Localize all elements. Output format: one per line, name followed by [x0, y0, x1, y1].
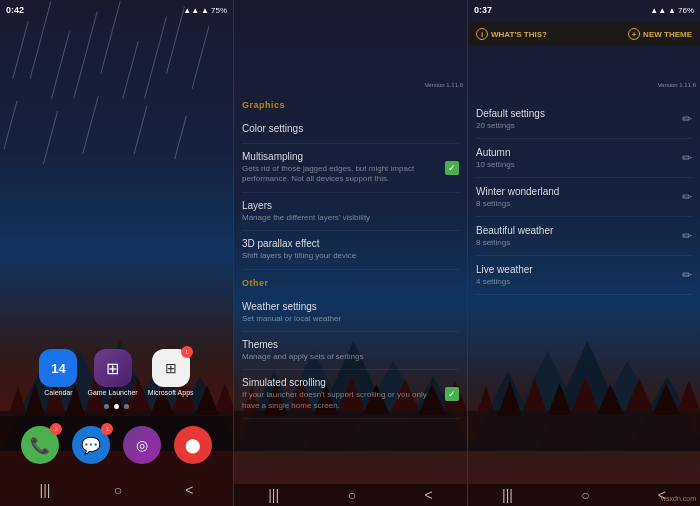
themes-mountain-bg [468, 311, 700, 451]
version-tag-2: Version 1.11.6 [425, 82, 463, 88]
bixby-icon: ◎ [136, 437, 148, 453]
dock-icons: 📞 2 💬 1 ◎ ⬤ [0, 416, 233, 474]
info-icon: i [476, 28, 488, 40]
parallax-desc: Shift layers by tilting your device [242, 251, 459, 261]
panel-settings: 0:37 ▲▲ ▲ 76% Version 1.11.6 Graphics Co… [233, 0, 467, 506]
other-section: Other Weather settings Set manual or loc… [242, 278, 459, 420]
game-launcher-icon: ⊞ [106, 359, 119, 378]
multisampling-desc: Gets rid of those jagged edges, but migh… [242, 164, 437, 185]
layers-desc: Manage the different layers' visibility [242, 213, 459, 223]
whats-this-button[interactable]: i WHAT'S THIS? [476, 28, 547, 40]
themes-settings-title: Themes [242, 339, 459, 350]
simulated-scrolling-item[interactable]: Simulated scrolling If your launcher doe… [242, 370, 459, 419]
multisampling-item[interactable]: Multisampling Gets rid of those jagged e… [242, 144, 459, 193]
battery-icon-3: 76% [678, 6, 694, 15]
theme-name-default: Default settings [476, 108, 545, 119]
phone-badge: 2 [50, 423, 62, 435]
signal-icon: ▲▲ [183, 6, 199, 15]
theme-count-winter: 8 settings [476, 199, 559, 208]
navigation-bar: ||| ○ < [0, 474, 233, 506]
theme-name-beautiful: Beautiful weather [476, 225, 553, 236]
microsoft-icon: ⊞ [165, 360, 177, 376]
layers-title: Layers [242, 200, 459, 211]
whats-this-label: WHAT'S THIS? [491, 30, 547, 39]
edit-icon-live[interactable]: ✏ [682, 268, 692, 282]
status-time: 0:42 [6, 5, 24, 15]
nav-home-icon-3[interactable]: ○ [581, 487, 589, 503]
svg-rect-37 [468, 411, 700, 451]
graphics-section-label: Graphics [242, 100, 459, 110]
themes-item[interactable]: Themes Manage and apply sets of settings [242, 332, 459, 370]
signal-icon-3: ▲▲ [650, 6, 666, 15]
edit-icon-beautiful[interactable]: ✏ [682, 229, 692, 243]
version-tag-3: Version 1.11.6 [658, 82, 696, 88]
nav-bar-2: ||| ○ < [234, 484, 467, 506]
status-icons: ▲▲ ▲ 75% [183, 6, 227, 15]
status-bar: 0:42 ▲▲ ▲ 75% [0, 0, 233, 20]
theme-info-beautiful: Beautiful weather 8 settings [476, 225, 553, 247]
weather-settings-item[interactable]: Weather settings Set manual or local wea… [242, 294, 459, 332]
nav-menu-icon-3[interactable]: ||| [502, 487, 513, 503]
theme-count-beautiful: 8 settings [476, 238, 553, 247]
app-icons-row: 14 Calendar ⊞ Game Launcher ⊞ 1 Microsof… [0, 349, 233, 396]
simulated-scrolling-desc: If your launcher doesn't support scrolli… [242, 390, 437, 411]
theme-name-live: Live weather [476, 264, 533, 275]
weather-settings-title: Weather settings [242, 301, 459, 312]
dock-camera[interactable]: ⬤ [174, 426, 212, 464]
page-dot-3 [124, 404, 129, 409]
theme-item-default[interactable]: Default settings 20 settings ✏ [476, 100, 692, 139]
panel-themes: 0:37 ▲▲ ▲ 76% i WHAT'S THIS? + NEW THEME… [467, 0, 700, 506]
svg-marker-46 [677, 381, 700, 411]
themes-header-bar: i WHAT'S THIS? + NEW THEME [468, 22, 700, 46]
graphics-section: Graphics Color settings Multisampling Ge… [242, 100, 459, 270]
nav-menu-icon-2[interactable]: ||| [268, 487, 279, 503]
settings-content: Graphics Color settings Multisampling Ge… [234, 100, 467, 419]
edit-icon-autumn[interactable]: ✏ [682, 151, 692, 165]
app-label-microsoft: Microsoft Apps [148, 389, 194, 396]
nav-back-icon[interactable]: < [185, 482, 193, 498]
theme-info-winter: Winter wonderland 8 settings [476, 186, 559, 208]
page-dots [0, 404, 233, 409]
dock-messages[interactable]: 💬 1 [72, 426, 110, 464]
layers-item[interactable]: Layers Manage the different layers' visi… [242, 193, 459, 231]
theme-item-live[interactable]: Live weather 4 settings ✏ [476, 256, 692, 295]
theme-count-live: 4 settings [476, 277, 533, 286]
dock-bixby[interactable]: ◎ [123, 426, 161, 464]
wifi-icon: ▲ [201, 6, 209, 15]
weather-settings-desc: Set manual or local weather [242, 314, 459, 324]
app-icon-microsoft[interactable]: ⊞ 1 Microsoft Apps [148, 349, 194, 396]
themes-list: Default settings 20 settings ✏ Autumn 10… [468, 100, 700, 295]
multisampling-checkbox[interactable]: ✓ [445, 161, 459, 175]
microsoft-badge: 1 [181, 346, 193, 358]
wifi-icon-3: ▲ [668, 6, 676, 15]
new-theme-button[interactable]: + NEW THEME [628, 28, 692, 40]
nav-home-icon-2[interactable]: ○ [348, 487, 356, 503]
theme-item-autumn[interactable]: Autumn 10 settings ✏ [476, 139, 692, 178]
nav-menu-icon[interactable]: ||| [40, 482, 51, 498]
status-icons-3: ▲▲ ▲ 76% [650, 6, 694, 15]
color-settings-item[interactable]: Color settings [242, 116, 459, 144]
edit-icon-default[interactable]: ✏ [682, 112, 692, 126]
camera-icon: ⬤ [185, 437, 201, 453]
watermark: wsxdn.com [661, 495, 696, 502]
theme-name-winter: Winter wonderland [476, 186, 559, 197]
dock-bar: 📞 2 💬 1 ◎ ⬤ ||| ○ < [0, 416, 233, 506]
status-time-3: 0:37 [474, 5, 492, 15]
app-icon-game-launcher[interactable]: ⊞ Game Launcher [87, 349, 137, 396]
new-theme-label: NEW THEME [643, 30, 692, 39]
simulated-scrolling-checkbox[interactable]: ✓ [445, 387, 459, 401]
other-section-label: Other [242, 278, 459, 288]
parallax-item[interactable]: 3D parallax effect Shift layers by tilti… [242, 231, 459, 269]
app-icon-calendar[interactable]: 14 Calendar [39, 349, 77, 396]
theme-item-beautiful[interactable]: Beautiful weather 8 settings ✏ [476, 217, 692, 256]
panel-home-screen: 0:42 ▲▲ ▲ 75% 14 Calendar ⊞ Game Launche… [0, 0, 233, 506]
simulated-scrolling-title: Simulated scrolling [242, 377, 437, 388]
page-dot-2 [114, 404, 119, 409]
theme-count-default: 20 settings [476, 121, 545, 130]
nav-home-icon[interactable]: ○ [114, 482, 122, 498]
dock-phone[interactable]: 📞 2 [21, 426, 59, 464]
edit-icon-winter[interactable]: ✏ [682, 190, 692, 204]
nav-back-icon-2[interactable]: < [425, 487, 433, 503]
theme-item-winter[interactable]: Winter wonderland 8 settings ✏ [476, 178, 692, 217]
multisampling-title: Multisampling [242, 151, 437, 162]
